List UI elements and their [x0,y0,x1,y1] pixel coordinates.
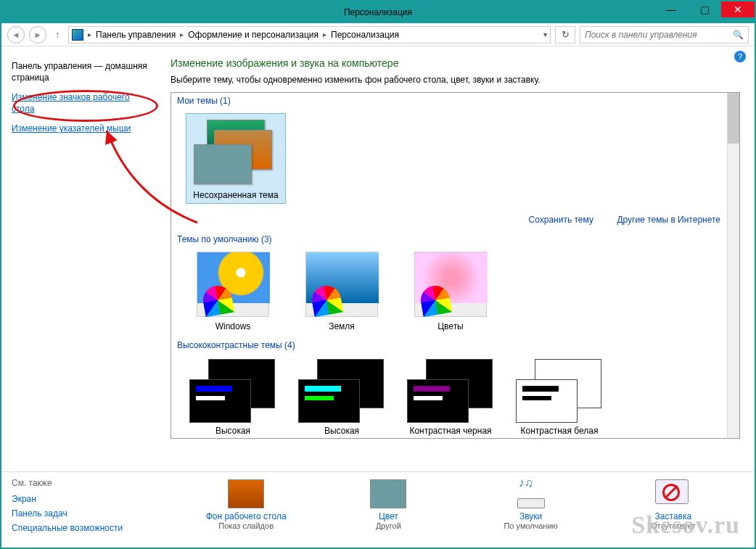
chevron-right-icon: ▸ [177,30,186,38]
see-also-display[interactable]: Экран [12,494,175,504]
bottom-sub: Отсутствует [612,521,735,530]
page-heading: Изменение изображения и звука на компьют… [170,57,740,69]
theme-hc-1[interactable]: Высокая [186,358,280,436]
sidebar-link-mouse-pointers[interactable]: Изменение указателей мыши [12,123,155,135]
navbar: ◄ ► ↑ ▸ Панель управления ▸ Оформление и… [1,23,755,46]
more-themes-link[interactable]: Другие темы в Интернете [617,215,720,225]
bottom-sub: Другой [326,521,450,530]
help-icon[interactable]: ? [734,51,746,62]
up-button[interactable]: ↑ [51,30,64,40]
minimize-button[interactable]: — [654,1,688,17]
bottom-desktop-bg[interactable]: Фон рабочего стола Показ слайдов [184,479,308,530]
theme-hc-black[interactable]: Контрастная черная [403,358,498,436]
scroll-thumb[interactable] [728,93,739,144]
theme-thumbnail [516,358,603,423]
bottom-sub: Показ слайдов [184,521,308,530]
window-controls: — ▢ ✕ [654,1,755,17]
scrollbar[interactable] [727,93,739,438]
section-hc-themes: Высококонтрастные темы (4) [171,337,739,355]
bottom-link[interactable]: Фон рабочего стола [184,511,308,521]
theme-actions: Сохранить тему Другие темы в Интернете [171,210,739,231]
titlebar: Персонализация — ▢ ✕ [1,1,755,23]
theme-hc-white[interactable]: Контрастная белая [512,358,607,436]
forward-button[interactable]: ► [29,26,46,44]
sidebar-home[interactable]: Панель управления — домашняя страница [12,61,155,83]
bottom-items: Фон рабочего стола Показ слайдов Цвет Др… [175,478,744,542]
window-title: Персонализация [344,7,412,17]
breadcrumb-item[interactable]: Персонализация [331,30,399,40]
refresh-button[interactable]: ↻ [555,26,575,44]
theme-label: Цветы [437,321,464,331]
control-panel-icon [72,29,83,41]
window-frame: Персонализация — ▢ ✕ ◄ ► ↑ ▸ Панель упра… [0,0,756,549]
breadcrumb-item[interactable]: Панель управления [96,30,176,40]
breadcrumb-item[interactable]: Оформление и персонализация [188,30,319,40]
color-icon [370,479,406,508]
sounds-icon: ♪♫ [513,479,549,508]
bottom-bar: См. также Экран Панель задач Специальные… [1,471,755,548]
theme-thumbnail [192,117,279,186]
bottom-link[interactable]: Заставка [612,511,735,521]
theme-unsaved[interactable]: Несохраненная тема [186,113,286,204]
theme-thumbnail [298,358,385,423]
theme-label: Windows [215,321,251,331]
bottom-color[interactable]: Цвет Другой [326,479,450,530]
chevron-right-icon: ▸ [320,30,329,38]
theme-flowers[interactable]: Цветы [403,252,498,331]
sidebar-link-desktop-icons[interactable]: Изменение значков рабочего стола [12,92,155,115]
theme-panel: Мои темы (1) Несохраненная тема Сохранит… [170,92,740,439]
theme-label: Контрастная белая [521,426,599,436]
theme-thumbnail [414,252,487,317]
bottom-sub: По умолчанию [469,521,593,530]
save-theme-link[interactable]: Сохранить тему [529,215,593,225]
sidebar: Панель управления — домашняя страница Из… [1,46,165,471]
section-my-themes: Мои темы (1) [171,93,739,110]
theme-label: Высокая [215,426,250,436]
theme-label: Высокая [324,426,359,436]
theme-earth[interactable]: Земля [295,252,389,331]
see-also: См. также Экран Панель задач Специальные… [12,478,175,542]
see-also-taskbar[interactable]: Панель задач [12,508,175,519]
section-default-themes: Темы по умолчанию (3) [171,231,739,249]
breadcrumb[interactable]: ▸ Панель управления ▸ Оформление и персо… [68,26,551,44]
chevron-down-icon[interactable]: ▾ [543,30,547,38]
theme-windows[interactable]: Windows [186,252,280,331]
main-panel: ? Изменение изображения и звука на компь… [165,46,755,471]
theme-label: Несохраненная тема [193,190,278,200]
screensaver-icon [655,479,691,508]
close-button[interactable]: ✕ [721,1,755,17]
bottom-link[interactable]: Звуки [469,511,593,521]
theme-label: Контрастная черная [409,426,491,436]
content-area: Панель управления — домашняя страница Из… [1,46,755,471]
theme-thumbnail [197,252,269,317]
search-icon[interactable]: 🔍 [733,30,744,40]
bottom-link[interactable]: Цвет [326,511,450,521]
bottom-sounds[interactable]: ♪♫ Звуки По умолчанию [469,479,593,530]
search-box[interactable]: 🔍 [580,26,749,44]
back-button[interactable]: ◄ [7,26,25,44]
bottom-screensaver[interactable]: Заставка Отсутствует [612,479,735,530]
theme-label: Земля [329,321,355,331]
page-description: Выберите тему, чтобы одновременно измени… [170,75,740,85]
theme-hc-2[interactable]: Высокая [295,358,389,436]
see-also-accessibility[interactable]: Специальные возможности [12,523,175,533]
desktop-bg-icon [228,479,264,508]
theme-thumbnail [407,358,494,423]
chevron-right-icon: ▸ [85,30,94,38]
search-input[interactable] [585,30,733,40]
maximize-button[interactable]: ▢ [688,1,721,17]
theme-thumbnail [305,252,378,317]
see-also-header: См. также [12,478,175,488]
theme-thumbnail [189,358,276,423]
